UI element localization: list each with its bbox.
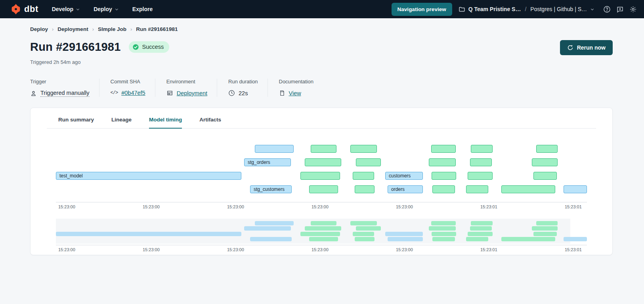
minimap-bar[interactable] [501, 237, 555, 241]
gantt-bar[interactable] [350, 145, 377, 153]
minimap-bar[interactable] [311, 221, 336, 225]
minimap-bar[interactable] [533, 232, 557, 236]
help-icon[interactable] [603, 6, 611, 13]
minimap-bar[interactable] [244, 226, 291, 231]
minimap-bar[interactable] [300, 232, 340, 236]
nav-item-label: Deploy [94, 6, 112, 12]
gantt-bar[interactable] [533, 172, 557, 180]
gantt-bar[interactable] [309, 185, 338, 193]
minimap-bar[interactable] [432, 237, 455, 241]
gantt-bar[interactable] [470, 158, 492, 166]
minimap-tick-label: 15:23:00 [227, 247, 244, 252]
account-separator: / [524, 6, 527, 12]
minimap-bar[interactable] [564, 237, 587, 241]
gantt-tick-label: 15:23:00 [143, 204, 160, 209]
meta-link[interactable]: View [289, 90, 301, 96]
chevron-down-icon[interactable] [590, 7, 594, 12]
gantt-bar[interactable] [536, 145, 558, 153]
gantt-tick-label: 15:23:00 [311, 204, 329, 209]
gantt-bar[interactable] [355, 185, 375, 193]
minimap-bar[interactable] [388, 237, 423, 241]
minimap-bar[interactable] [385, 232, 423, 236]
dbt-logo-text: dbt [24, 4, 38, 14]
meta-value: Triggered manually [30, 90, 90, 97]
minimap-bar[interactable] [536, 221, 558, 225]
meta-text[interactable]: Triggered manually [40, 90, 90, 97]
minimap-bar[interactable] [305, 226, 341, 231]
account-name[interactable]: Q Team Pristine S… [468, 6, 521, 12]
gantt-bar[interactable] [353, 172, 374, 180]
nav-item-develop[interactable]: Develop [52, 6, 80, 12]
minimap-bar[interactable] [356, 226, 381, 231]
minimap-bar[interactable] [353, 232, 374, 236]
dbt-logo[interactable]: dbt [10, 4, 38, 15]
gantt-bar-test_model[interactable]: test_model [56, 172, 241, 180]
gantt-bar[interactable] [468, 172, 493, 180]
minimap-bar[interactable] [350, 221, 377, 225]
gantt-bar[interactable] [466, 185, 488, 193]
database-icon [166, 90, 173, 96]
nav-item-deploy[interactable]: Deploy [94, 6, 119, 12]
page-title: Run #291661981 [30, 40, 121, 54]
breadcrumb-separator: › [130, 26, 132, 32]
minimap-bar[interactable] [471, 221, 493, 225]
nav-item-explore[interactable]: Explore [132, 6, 153, 12]
feedback-icon[interactable] [616, 6, 624, 13]
breadcrumb-item[interactable]: Deployment [57, 26, 88, 32]
meta-run-duration: Run duration22s [217, 79, 267, 97]
tab-artifacts[interactable]: Artifacts [199, 117, 221, 129]
minimap-bar[interactable] [468, 232, 493, 236]
gantt-bar-orders[interactable]: orders [388, 185, 423, 193]
gantt-bar[interactable] [311, 145, 336, 153]
gantt-bar[interactable] [432, 172, 456, 180]
gantt-bar-stg_orders[interactable]: stg_orders [244, 158, 291, 166]
gantt-bar[interactable] [432, 185, 455, 193]
gantt-bar-customers[interactable]: customers [385, 172, 423, 180]
rerun-now-button[interactable]: Rerun now [560, 40, 613, 55]
settings-icon[interactable] [629, 6, 637, 13]
gantt-bar[interactable] [356, 158, 381, 166]
minimap-bar[interactable] [466, 237, 488, 241]
status-badge-label: Success [142, 44, 164, 50]
minimap-bar[interactable] [309, 237, 338, 241]
status-badge: Success [129, 41, 170, 53]
meta-trigger: TriggerTriggered manually [30, 79, 99, 97]
gantt-bar[interactable] [564, 185, 587, 193]
meta-link[interactable]: Deployment [177, 90, 207, 96]
gantt-bar[interactable] [501, 185, 555, 193]
minimap-bar[interactable] [431, 221, 456, 225]
minimap-bar[interactable] [56, 232, 241, 236]
minimap-bar[interactable] [432, 232, 456, 236]
triggered-timestamp: Triggered 2h 54m ago [30, 59, 613, 65]
breadcrumb-item[interactable]: SImple Job [98, 26, 126, 32]
tab-model-timing[interactable]: Model timing [149, 117, 182, 129]
gantt-bar-stg_customers[interactable]: stg_customers [250, 185, 292, 193]
minimap-bar[interactable] [470, 226, 492, 231]
gantt-bar[interactable] [300, 172, 340, 180]
gantt-bar[interactable] [255, 145, 294, 153]
rerun-now-label: Rerun now [577, 44, 606, 51]
breadcrumb-item[interactable]: Deploy [30, 26, 48, 32]
dbt-logo-icon [10, 4, 21, 15]
meta-link[interactable]: #0b47ef5 [121, 90, 145, 96]
gantt-bar[interactable] [532, 158, 558, 166]
gantt-bar[interactable] [471, 145, 493, 153]
meta-text: 22s [239, 90, 248, 96]
gantt-bar[interactable] [431, 145, 456, 153]
navigation-preview-button[interactable]: Navigation preview [392, 3, 452, 16]
gantt-bar[interactable] [429, 158, 456, 166]
minimap-bar[interactable] [429, 226, 456, 231]
meta-documentation: DocumentationView [268, 79, 323, 97]
gantt-bar[interactable] [305, 158, 341, 166]
minimap-bar[interactable] [532, 226, 558, 231]
meta-label: Trigger [30, 79, 90, 85]
tab-lineage[interactable]: Lineage [111, 117, 132, 129]
tab-run-summary[interactable]: Run summary [58, 117, 94, 129]
run-detail-card: Run summaryLineageModel timingArtifacts … [30, 108, 613, 255]
minimap-bar[interactable] [355, 237, 375, 241]
meta-value: 22s [228, 90, 258, 96]
project-name[interactable]: Postgres | Github | S… [530, 6, 587, 12]
nav-item-label: Develop [52, 6, 73, 12]
minimap-bar[interactable] [255, 221, 294, 225]
minimap-bar[interactable] [250, 237, 292, 241]
